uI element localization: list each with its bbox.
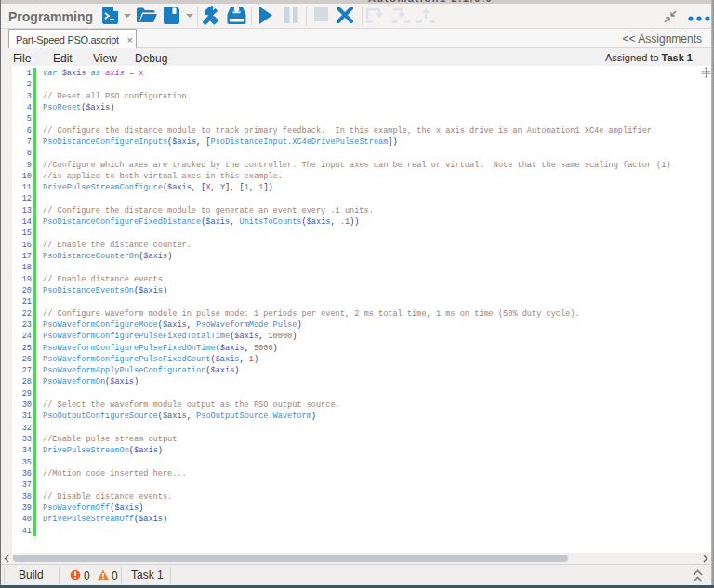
svg-text:0: 0 [112, 569, 118, 582]
svg-text:0: 0 [84, 569, 90, 582]
